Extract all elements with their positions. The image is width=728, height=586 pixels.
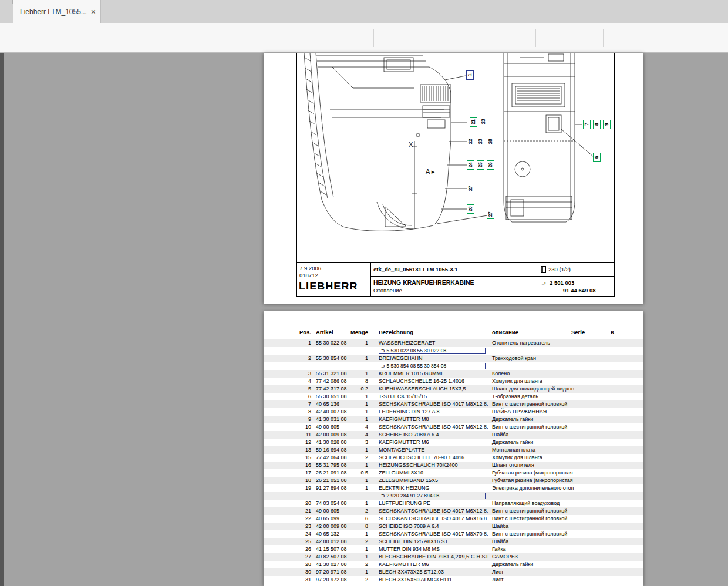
cell-opisanie: Держатель гайки (492, 561, 533, 568)
cell-pos: 26 (293, 545, 311, 553)
sheet-icon (541, 266, 546, 273)
callout-23: 23 (480, 117, 487, 126)
cell-opisanie: Держатель гайки (492, 416, 533, 423)
cell-artikel: 41 30 027 08 (316, 561, 347, 568)
cell-pos: 23 (293, 523, 311, 530)
supersession-box: ⊃ 5 530 022 08 55 30 022 08 (379, 348, 486, 354)
cell-bezeichnung: WASSERHEIZGERAET (379, 339, 435, 347)
part-number: 91 44 649 08 (563, 287, 595, 294)
table-row: 1826 21 051 081ZELLGUMMIBAND 15X5Губчата… (264, 477, 643, 484)
cell-menge: 2 (346, 538, 368, 545)
table-row: 3097 20 971 081BLECH 3X473X25 ST12.03Лис… (264, 568, 643, 576)
cell-artikel: 42 40 007 08 (316, 408, 347, 416)
cell-opisanie: Винт с шестигранной головкой (492, 507, 567, 515)
cell-artikel: 40 65 132 (316, 530, 339, 538)
table-row: 2149 00 6052SECHSKANTSCHRAUBE ISO 4017 M… (264, 507, 643, 515)
cell-pos: 8 (293, 408, 311, 416)
cell-menge: 2 (346, 561, 368, 568)
supersession-box: ⊃ 2 920 284 91 27 894 08 (379, 493, 486, 499)
cell-pos: 25 (293, 538, 311, 545)
table-subrow: ⊃ 5 530 854 08 55 30 854 08 (264, 362, 643, 370)
cell-pos: 7 (293, 400, 311, 408)
cell-menge: 1 (346, 530, 368, 538)
callout-26: 26 (487, 160, 494, 170)
cell-pos: 15 (293, 454, 311, 462)
cell-opisanie: САМОРЕЗ (492, 553, 518, 561)
cell-menge: 2 (346, 576, 368, 584)
cell-menge: 1 (346, 400, 368, 408)
parts-rows: 155 30 022 081WASSERHEIZGERAETОтопитель-… (264, 339, 643, 584)
callout-25: 25 (477, 160, 484, 170)
cell-menge: 1 (346, 416, 368, 423)
close-icon[interactable]: × (91, 8, 96, 16)
table-row: 2074 03 054 081LUFTFUEHRUNG PEНаправляющ… (264, 500, 643, 507)
cell-pos: 2 (293, 355, 311, 362)
cell-pos: 18 (293, 477, 311, 484)
table-row: 577 42 317 080.2KUEHLWASSERSCHLAUCH 15X3… (264, 385, 643, 393)
cell-artikel: 77 42 317 08 (316, 385, 347, 393)
cell-bezeichnung: T-STUECK 15/15/15 (379, 393, 427, 400)
cell-bezeichnung: SCHEIBE ISO 7089 A 6.4 (379, 523, 439, 530)
cell-bezeichnung: KRUEMMER 1015 GUMMI (379, 370, 443, 378)
document-area[interactable]: 7.9.2006 018712 LIEBHERR etk_de_ru_05613… (0, 53, 728, 586)
cell-bezeichnung: SCHLAUCHSCHELLE 70-90 1.4016 (379, 454, 464, 462)
cell-menge: 0.2 (346, 385, 368, 393)
table-row: 2342 00 009 088SCHEIBE ISO 7089 A 6.4Шай… (264, 523, 643, 530)
table-row: 2440 65 1321SECHSKANTSCHRAUBE ISO 4017 M… (264, 530, 643, 538)
cell-bezeichnung: MONTAGEPLATTE (379, 446, 424, 454)
header-k: K (611, 329, 615, 335)
table-row: 740 65 1361SECHSKANTSCHRAUBE ISO 4017 M8… (264, 400, 643, 408)
cell-menge: 1 (346, 500, 368, 507)
cell-pos: 10 (293, 423, 311, 431)
cell-artikel: 41 30 028 08 (316, 439, 347, 446)
table-row: 1726 21 091 080.5ZELLGUMMI 8X10Губчатая … (264, 469, 643, 477)
cell-menge: 8 (346, 523, 368, 530)
cell-artikel: 41 30 031 08 (316, 416, 347, 423)
callout-23: 23 (477, 137, 484, 146)
cell-opisanie: Т-образная деталь (492, 393, 538, 400)
title-block: 7.9.2006 018712 LIEBHERR etk_de_ru_05613… (296, 262, 615, 297)
cell-artikel: 59 16 694 08 (316, 446, 347, 454)
cell-opisanie: Винт с шестигранной головкой (492, 423, 567, 431)
cell-bezeichnung: SECHSKANTSCHRAUBE ISO 4017 M8X70 8. (379, 530, 488, 538)
cell-pos: 19 (293, 484, 311, 492)
cell-menge: 1 (346, 339, 368, 347)
table-row: 255 30 854 081DREIWEGEHAHNТрехходовой кр… (264, 355, 643, 362)
cell-pos: 16 (293, 462, 311, 469)
cell-pos: 22 (293, 515, 311, 523)
drawing-number: 018712 (299, 272, 318, 278)
cell-artikel: 42 00 009 08 (316, 523, 347, 530)
document-tab[interactable]: Liebherr LTM_1055... × (13, 0, 101, 23)
cell-artikel: 42 00 009 08 (316, 431, 347, 439)
callout-27: 27 (487, 210, 494, 219)
liebherr-logo: LIEBHERR (299, 281, 358, 292)
cell-bezeichnung: BLECH 3X15X50 ALMG3 H111 (379, 576, 452, 584)
header-menge: Menge (346, 329, 368, 335)
cell-menge: 1 (346, 553, 368, 561)
table-subrow: ⊃ 2 920 284 91 27 894 08 (264, 492, 643, 500)
cell-artikel: 55 30 022 08 (316, 339, 347, 347)
cell-opisanie: Колено (492, 370, 510, 378)
parts-diagram (297, 53, 615, 262)
drawing-annotation: X (409, 141, 413, 148)
cell-opisanie: Шайба (492, 431, 508, 439)
cell-bezeichnung: KAEFIGMUTTER M6 (379, 439, 429, 446)
toolbar-divider (603, 29, 604, 47)
cell-menge: 2 (346, 454, 368, 462)
cell-bezeichnung: KAEFIGMUTTER M6 (379, 561, 429, 568)
cell-menge: 0.5 (346, 469, 368, 477)
header-serie: Serie (571, 329, 585, 335)
cell-opisanie: Хомутик для шланга (492, 454, 542, 462)
cell-bezeichnung: SECHSKANTSCHRAUBE ISO 4017 M6X16 8. (379, 515, 488, 523)
cell-opisanie: Шланг для охлаждающей жидкос (492, 385, 574, 393)
table-row: 941 30 031 081KAEFIGMUTTER M8Держатель г… (264, 416, 643, 423)
cell-menge: 1 (346, 446, 368, 454)
callout-9: 9 (603, 120, 611, 129)
cell-bezeichnung: FEDERRING DIN 127 A 8 (379, 408, 440, 416)
cell-menge: 1 (346, 393, 368, 400)
cell-bezeichnung: SECHSKANTSCHRAUBE ISO 4017 M6X12 8. (379, 423, 488, 431)
table-subrow: ⊃ 5 530 022 08 55 30 022 08 (264, 347, 643, 355)
cell-menge: 1 (346, 355, 368, 362)
cell-pos: 27 (293, 553, 311, 561)
cell-bezeichnung: KUEHLWASSERSCHLAUCH 15X3,5 (379, 385, 466, 393)
